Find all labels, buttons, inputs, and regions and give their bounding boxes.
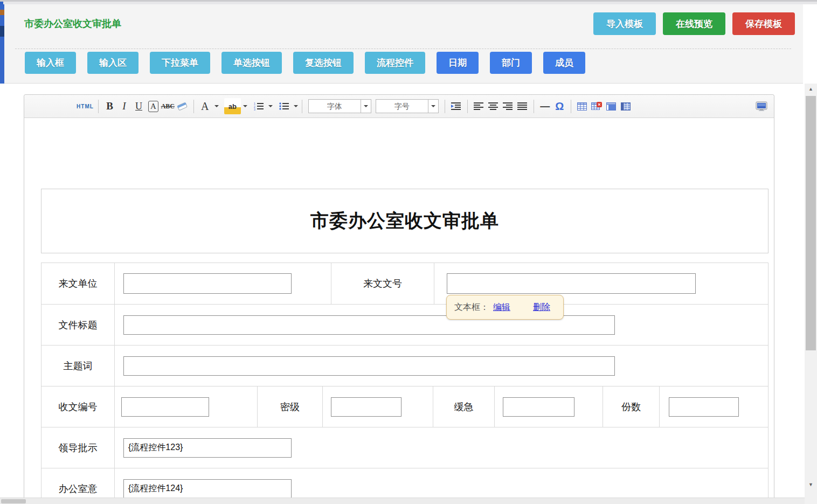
align-left-icon[interactable] [472, 99, 486, 114]
editor-toolbar: HTML B I U A ABC A ab 123 [24, 95, 774, 118]
source-unit-input[interactable] [123, 273, 292, 294]
toolbar-separator [98, 100, 99, 113]
font-family-caret-icon[interactable] [361, 100, 371, 113]
tooltip-delete-link[interactable]: 删除 [533, 302, 550, 313]
unordered-list-caret-icon[interactable] [294, 105, 298, 107]
horizontal-scrollbar[interactable] [0, 498, 805, 504]
add-radio-button[interactable]: 单选按钮 [221, 52, 282, 74]
text-style-icon[interactable]: A [148, 101, 158, 112]
app-window: 市委办公室收文审批单 导入模板 在线预览 保存模板 输入框 输入区 下拉菜单 单… [0, 0, 817, 504]
cell-label-leader-comments: 领导批示 [41, 427, 115, 468]
add-input-box-button[interactable]: 输入框 [25, 52, 76, 74]
tooltip-edit-link[interactable]: 编辑 [493, 302, 510, 313]
font-size-caret-icon[interactable] [428, 100, 438, 113]
cell-label-urgency: 缓急 [433, 386, 495, 427]
cell-label-source-unit: 来文单位 [41, 263, 115, 304]
highlight-caret-icon[interactable] [243, 105, 247, 107]
special-char-omega-icon[interactable]: Ω [552, 99, 567, 114]
table-row: 来文单位 来文文号 [41, 263, 768, 304]
cell-label-doc-title: 文件标题 [41, 305, 115, 345]
ordered-list-caret-icon[interactable] [268, 105, 273, 107]
scroll-up-arrow-icon[interactable]: ▲ [805, 84, 817, 94]
align-right-icon[interactable] [501, 99, 515, 114]
font-color-icon[interactable]: A [198, 99, 212, 114]
delete-table-icon[interactable]: × [590, 99, 604, 114]
html-source-icon[interactable]: HTML [76, 99, 94, 114]
font-color-caret-icon[interactable] [214, 105, 219, 107]
form-title: 市委办公室收文审批单 [310, 209, 499, 233]
add-date-button[interactable]: 日期 [437, 52, 479, 74]
toolbar-separator [302, 100, 302, 113]
add-dropdown-button[interactable]: 下拉菜单 [150, 52, 210, 74]
scroll-down-arrow-icon[interactable]: ▼ [805, 479, 817, 490]
underline-icon[interactable]: U [131, 99, 146, 114]
left-edge-mark [0, 26, 4, 37]
vertical-scrollbar-thumb[interactable] [806, 96, 816, 350]
vertical-scrollbar[interactable]: ▲ ▼ [805, 84, 817, 498]
svg-text:3: 3 [254, 108, 255, 111]
header-divider [15, 49, 791, 49]
ordered-list-icon[interactable]: 123 [252, 99, 266, 114]
header-panel: 市委办公室收文审批单 导入模板 在线预览 保存模板 输入框 输入区 下拉菜单 单… [4, 4, 803, 84]
insert-table-icon[interactable] [575, 99, 590, 114]
leader-comments-input[interactable] [123, 438, 292, 458]
widget-button-row: 输入框 输入区 下拉菜单 单选按钮 复选按钮 流程控件 日期 部门 成员 [25, 52, 585, 74]
indent-icon[interactable] [449, 99, 463, 114]
cell-input [115, 427, 768, 468]
doc-number-input[interactable] [447, 273, 696, 294]
font-family-select[interactable]: 字体 [308, 99, 371, 113]
remove-format-eraser-icon[interactable] [175, 99, 190, 114]
cell-label-copies: 份数 [603, 386, 660, 427]
svg-text:×: × [598, 102, 601, 107]
online-preview-button[interactable]: 在线预览 [663, 12, 725, 35]
table-props-icon[interactable] [619, 99, 633, 114]
form-title-block: 市委办公室收文审批单 [41, 189, 768, 253]
align-center-icon[interactable] [486, 99, 501, 114]
office-opinion-input[interactable] [123, 479, 292, 499]
font-size-select[interactable]: 字号 [376, 99, 439, 113]
save-template-button[interactable]: 保存模板 [732, 12, 795, 35]
align-justify-icon[interactable] [515, 99, 530, 114]
copies-input[interactable] [669, 397, 739, 417]
cell-label-receipt-number: 收文编号 [41, 386, 115, 427]
toolbar-separator [193, 100, 194, 113]
unordered-list-icon[interactable] [277, 99, 292, 114]
horizontal-scrollbar-thumb[interactable] [1, 499, 26, 503]
editor-canvas[interactable]: 市委办公室收文审批单 来文单位 来文文号 [24, 118, 774, 504]
cell-label-doc-number: 来文文号 [331, 263, 434, 304]
italic-icon[interactable]: I [117, 99, 131, 114]
add-flow-control-button[interactable]: 流程控件 [365, 52, 425, 74]
receipt-number-input[interactable] [121, 397, 209, 417]
urgency-input[interactable] [503, 397, 574, 417]
toolbar-separator [445, 100, 445, 113]
cell-input [495, 386, 603, 427]
cell-input [115, 263, 331, 304]
import-template-button[interactable]: 导入模板 [593, 12, 656, 35]
add-checkbox-button[interactable]: 复选按钮 [293, 52, 354, 74]
scrollbar-corner [805, 498, 817, 504]
add-textarea-button[interactable]: 输入区 [87, 52, 139, 74]
keywords-input[interactable] [123, 356, 615, 376]
cell-input [323, 386, 433, 427]
cell-label-keywords: 主题词 [41, 346, 115, 386]
add-department-button[interactable]: 部门 [490, 52, 532, 74]
cell-input [115, 305, 768, 345]
toolbar-separator [571, 100, 571, 113]
strikethrough-icon[interactable]: ABC [161, 99, 175, 114]
table-cell-props-icon[interactable] [604, 99, 619, 114]
rich-text-editor: HTML B I U A ABC A ab 123 [24, 94, 774, 498]
fullscreen-icon[interactable] [754, 99, 768, 114]
cell-input [115, 346, 768, 386]
bold-icon[interactable]: B [102, 99, 117, 114]
form-table: 来文单位 来文文号 文件标题 [41, 263, 768, 504]
secrecy-input[interactable] [331, 397, 401, 417]
horizontal-rule-icon[interactable]: — [538, 99, 552, 114]
page-title: 市委办公室收文审批单 [24, 17, 121, 30]
cell-input [115, 386, 258, 427]
table-row: 文件标题 [41, 304, 768, 345]
left-edge-mark [0, 10, 4, 15]
highlight-color-icon[interactable]: ab [224, 98, 241, 114]
content-area: HTML B I U A ABC A ab 123 [4, 84, 805, 498]
add-member-button[interactable]: 成员 [543, 52, 585, 74]
cell-label-secrecy: 密级 [258, 386, 323, 427]
